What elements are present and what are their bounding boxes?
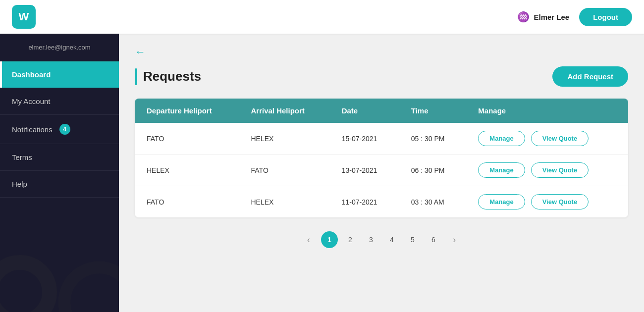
sidebar-item-my-account[interactable]: My Account (0, 88, 119, 115)
back-button[interactable]: ← (135, 46, 146, 58)
manage-button[interactable]: Manage (478, 194, 525, 209)
page-title-wrap: Requests (135, 68, 201, 85)
table-row: FATO HELEX 11-07-2021 03 : 30 AM Manage … (135, 186, 628, 218)
cell-departure: FATO (135, 186, 239, 218)
cell-actions: Manage View Quote (466, 123, 628, 155)
cell-arrival: FATO (239, 155, 330, 186)
sidebar-item-label: Dashboard (12, 70, 51, 79)
sidebar-item-help[interactable]: Help (0, 171, 119, 198)
user-info: ♒ Elmer Lee (517, 11, 569, 23)
cell-time: 03 : 30 AM (399, 186, 467, 218)
sidebar-item-notifications[interactable]: Notifications 4 (0, 115, 119, 144)
cell-arrival: HELEX (239, 186, 330, 218)
page-header: Requests Add Request (135, 66, 628, 87)
col-departure: Departure Heliport (135, 99, 239, 123)
page-title: Requests (143, 69, 201, 84)
logout-button[interactable]: Logout (579, 8, 632, 26)
main-layout: elmer.lee@ignek.com Dashboard My Account… (0, 34, 644, 312)
pagination-page-2[interactable]: 2 (342, 231, 359, 248)
pagination-page-4[interactable]: 4 (383, 231, 400, 248)
pagination-page-6[interactable]: 6 (425, 231, 442, 248)
requests-table-wrap: Departure Heliport Arrival Heliport Date… (135, 99, 628, 217)
main-content: ← Requests Add Request Departure Helipor… (119, 34, 644, 312)
cell-time: 05 : 30 PM (399, 123, 467, 155)
sidebar-item-terms[interactable]: Terms (0, 144, 119, 171)
table-row: FATO HELEX 15-07-2021 05 : 30 PM Manage … (135, 123, 628, 155)
col-date: Date (330, 99, 399, 123)
pagination-prev[interactable]: ‹ (300, 231, 317, 248)
pagination-next[interactable]: › (446, 231, 463, 248)
requests-table: Departure Heliport Arrival Heliport Date… (135, 99, 628, 217)
pagination-page-3[interactable]: 3 (363, 231, 379, 248)
col-arrival: Arrival Heliport (239, 99, 330, 123)
sidebar-item-label: Terms (12, 153, 32, 161)
sidebar-email: elmer.lee@ignek.com (0, 34, 119, 61)
sidebar-item-label: Notifications (12, 125, 53, 134)
cell-date: 11-07-2021 (330, 186, 399, 218)
cell-date: 15-07-2021 (330, 123, 399, 155)
table-header-row: Departure Heliport Arrival Heliport Date… (135, 99, 628, 123)
cell-departure: HELEX (135, 155, 239, 186)
pagination: ‹ 1 2 3 4 5 6 › (135, 231, 628, 248)
col-manage: Manage (466, 99, 628, 123)
pagination-page-5[interactable]: 5 (404, 231, 421, 248)
cell-actions: Manage View Quote (466, 155, 628, 186)
sidebar-item-dashboard[interactable]: Dashboard (0, 61, 119, 88)
cell-departure: FATO (135, 123, 239, 155)
user-name: Elmer Lee (534, 13, 569, 21)
pagination-page-1[interactable]: 1 (321, 231, 338, 248)
app-logo: W (12, 5, 36, 29)
view-quote-button[interactable]: View Quote (531, 162, 589, 178)
sidebar-nav: Dashboard My Account Notifications 4 Ter… (0, 61, 119, 312)
manage-button[interactable]: Manage (478, 131, 525, 146)
top-header: W ♒ Elmer Lee Logout (0, 0, 644, 34)
manage-button[interactable]: Manage (478, 162, 525, 178)
cell-actions: Manage View Quote (466, 186, 628, 218)
cell-arrival: HELEX (239, 123, 330, 155)
table-row: HELEX FATO 13-07-2021 06 : 30 PM Manage … (135, 155, 628, 186)
user-icon: ♒ (517, 11, 530, 23)
cell-date: 13-07-2021 (330, 155, 399, 186)
title-bar (135, 68, 137, 85)
view-quote-button[interactable]: View Quote (531, 131, 589, 146)
col-time: Time (399, 99, 467, 123)
notifications-badge: 4 (59, 124, 70, 135)
cell-time: 06 : 30 PM (399, 155, 467, 186)
sidebar-item-label: Help (12, 180, 27, 188)
view-quote-button[interactable]: View Quote (531, 194, 589, 209)
sidebar: elmer.lee@ignek.com Dashboard My Account… (0, 34, 119, 312)
add-request-button[interactable]: Add Request (552, 66, 628, 87)
sidebar-item-label: My Account (12, 97, 51, 105)
header-right: ♒ Elmer Lee Logout (517, 8, 632, 26)
